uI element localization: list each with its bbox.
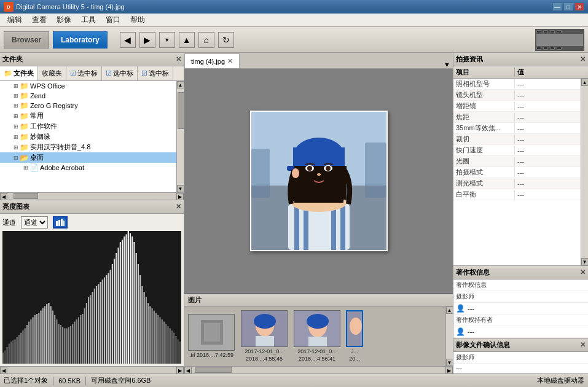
histogram-canvas <box>2 231 181 364</box>
tree-item[interactable]: ⊞ 📁 常用 <box>0 111 176 121</box>
toggle-icon[interactable]: ⊞ <box>12 134 20 140</box>
tab-selected-1[interactable]: ☑ 选中标 <box>66 66 102 80</box>
tree-item[interactable]: ⊞ 📁 工作软件 <box>0 121 176 131</box>
scroll-up-arrow[interactable]: ▲ <box>177 81 184 88</box>
shooting-info-scrollbar[interactable]: ▲ ▼ <box>581 79 588 265</box>
thumbnail-label: J...20... <box>349 348 360 362</box>
thumbnails-row: .tif 2018....7:42:59 <box>184 307 445 366</box>
svg-point-110 <box>307 166 312 171</box>
h-scroll-thumb[interactable] <box>14 193 38 199</box>
histogram-mode-button[interactable] <box>53 216 68 229</box>
toggle-icon[interactable]: ⊞ <box>12 103 20 109</box>
tree-item[interactable]: ⊞ 📁 Zend <box>0 91 176 101</box>
nav-dropdown-button[interactable]: ▼ <box>159 32 175 48</box>
confirm-close[interactable]: ✕ <box>580 341 586 349</box>
info-row: 增距镜--- <box>453 101 581 112</box>
histogram-header: 亮度图表 ✕ <box>0 200 184 214</box>
browser-tab[interactable]: Browser <box>4 31 49 49</box>
laboratory-tab[interactable]: Laboratory <box>53 31 108 49</box>
thumbnail-item[interactable]: 2017-12-01_0...2018....4:56:41 <box>292 310 342 362</box>
scroll-down-arrow[interactable]: ▼ <box>177 185 184 192</box>
nav-back-button[interactable]: ◀ <box>120 32 136 48</box>
folder-icon: 📁 <box>20 92 29 100</box>
tab-dropdown-button[interactable]: ▼ <box>441 61 453 68</box>
menu-edit[interactable]: 编辑 <box>2 14 27 26</box>
info-scroll-up[interactable]: ▲ <box>581 79 589 86</box>
window-controls[interactable]: — □ ✕ <box>552 2 584 11</box>
close-button[interactable]: ✕ <box>574 2 584 11</box>
tab-selected-3[interactable]: ☑ 选中标 <box>138 66 173 80</box>
tab-selected-2[interactable]: ☑ 选中标 <box>102 66 138 80</box>
scroll-thumb[interactable] <box>178 92 184 129</box>
scroll-left-arrow[interactable]: ◀ <box>0 193 7 200</box>
menu-help[interactable]: 帮助 <box>125 14 150 26</box>
copyright-close[interactable]: ✕ <box>580 268 586 276</box>
thumbs-h-scrollbar[interactable]: ◀ ▶ <box>184 366 453 373</box>
thumbnails-title: 图片 <box>188 295 202 305</box>
holder-val: --- <box>468 328 474 335</box>
histogram-section: 亮度图表 ✕ 通道 通道 红 绿 蓝 <box>0 200 184 373</box>
tree-item[interactable]: ⊞ 📁 实用汉字转拼音_4.8 <box>0 142 176 152</box>
thumbnail-item[interactable]: .tif 2018....7:42:59 <box>187 314 236 359</box>
svg-rect-41 <box>76 319 77 364</box>
tree-item[interactable]: ⊞ 📁 Zero G Registry <box>0 101 176 111</box>
minimize-button[interactable]: — <box>552 2 562 11</box>
thumbnail-item[interactable]: 2017-12-01_0...2018....4:55:45 <box>240 310 289 362</box>
file-tree-area[interactable]: ⊞ 📁 WPS Office ⊞ 📁 Zend ⊞ 📁 Zer <box>0 81 176 192</box>
status-separator-2 <box>85 377 86 385</box>
check-icon-3: ☑ <box>141 69 147 77</box>
menu-view[interactable]: 查看 <box>27 14 52 26</box>
shooting-info-close[interactable]: ✕ <box>580 55 586 63</box>
histogram-close[interactable]: ✕ <box>176 203 181 211</box>
menu-tools[interactable]: 工具 <box>76 14 101 26</box>
image-tab-active[interactable]: timg (4).jpg ✕ <box>184 53 240 68</box>
scroll-right-arrow[interactable]: ▶ <box>176 193 184 200</box>
hist-scroll-left[interactable]: ◀ <box>0 367 7 374</box>
toggle-icon[interactable]: ⊞ <box>22 165 29 171</box>
toggle-icon[interactable]: ⊟ <box>12 155 20 161</box>
tab-close-icon[interactable]: ✕ <box>227 57 233 65</box>
tree-item-selected[interactable]: ⊟ 📂 桌面 <box>0 152 176 163</box>
toggle-icon[interactable]: ⊞ <box>12 123 20 130</box>
info-row: 快门速度--- <box>453 145 581 156</box>
tab-favorites[interactable]: 收藏夹 <box>38 66 66 80</box>
svg-rect-58 <box>110 270 111 364</box>
svg-rect-126 <box>308 337 327 347</box>
thumbs-h-thumb[interactable] <box>195 367 232 373</box>
thumbs-h-right[interactable]: ▶ <box>445 367 453 374</box>
tree-item[interactable]: ⊞ 📄 Adobe Acrobat <box>0 163 176 173</box>
svg-rect-36 <box>66 328 67 364</box>
h-scrollbar[interactable]: ◀ ▶ <box>0 192 184 200</box>
thumb-svg-1 <box>189 314 234 351</box>
thumbs-scroll-down[interactable]: ▼ <box>446 359 453 366</box>
thumbs-scrollbar[interactable]: ▲ ▼ <box>445 307 453 366</box>
toggle-icon[interactable]: ⊞ <box>12 83 20 89</box>
maximize-button[interactable]: □ <box>563 2 573 11</box>
nav-forward-button[interactable]: ▶ <box>139 32 155 48</box>
tree-item[interactable]: ⊞ 📁 WPS Office <box>0 81 176 91</box>
tab-folder[interactable]: 📁 文件夹 <box>0 66 38 80</box>
histogram-h-scrollbar[interactable]: ◀ ▶ <box>0 366 184 373</box>
info-row: 35mm等效焦...--- <box>453 123 581 134</box>
svg-rect-0 <box>56 221 58 226</box>
svg-rect-26 <box>46 304 47 364</box>
toggle-icon[interactable]: ⊞ <box>12 113 20 119</box>
file-tree-close[interactable]: ✕ <box>176 55 181 63</box>
hist-scroll-right[interactable]: ▶ <box>176 367 184 374</box>
nav-up-button[interactable]: ▲ <box>179 32 195 48</box>
thumbs-scroll-up[interactable]: ▲ <box>446 307 453 314</box>
nav-home-button[interactable]: ⌂ <box>198 32 214 48</box>
thumbnail-item[interactable]: J...20... <box>345 310 364 362</box>
channel-select[interactable]: 通道 红 绿 蓝 <box>21 216 48 229</box>
file-tree-scrollbar[interactable]: ▲ ▼ <box>176 81 184 192</box>
svg-rect-9 <box>12 340 14 364</box>
toggle-icon[interactable]: ⊞ <box>12 93 20 99</box>
svg-rect-31 <box>56 319 57 364</box>
menu-window[interactable]: 窗口 <box>101 14 125 26</box>
info-scroll-down[interactable]: ▼ <box>581 258 589 265</box>
menu-image[interactable]: 影像 <box>52 14 76 26</box>
thumbs-h-left[interactable]: ◀ <box>184 367 192 374</box>
nav-refresh-button[interactable]: ↻ <box>218 32 234 48</box>
toggle-icon[interactable]: ⊞ <box>12 144 20 150</box>
tree-item[interactable]: ⊞ 📁 妙姻缘 <box>0 131 176 142</box>
